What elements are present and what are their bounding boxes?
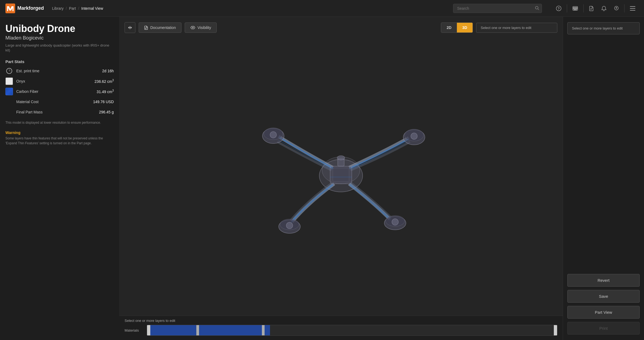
scrubber-track[interactable] [147, 325, 557, 336]
scrubber-handle-left[interactable] [147, 325, 150, 336]
svg-rect-12 [575, 8, 576, 9]
breadcrumb-current: Internal View [81, 6, 103, 11]
stat-material-cost: Material Cost 149.76 USD [5, 98, 114, 106]
header-divider-2 [583, 4, 584, 12]
warning-title: Warning [5, 130, 114, 135]
drone-3d-model [233, 97, 449, 260]
visibility-label: Visibility [197, 25, 211, 30]
scrubber-handle-mid1[interactable] [196, 325, 199, 336]
left-panel: Unibody Drone Mladen Bogicevic Large and… [0, 17, 119, 340]
breadcrumb-sep-1: / [66, 6, 67, 11]
svg-rect-21 [630, 10, 635, 11]
stats-section-title: Part Stats [5, 59, 114, 64]
svg-point-34 [270, 132, 277, 138]
breadcrumb: Library / Part / Internal View [52, 6, 103, 11]
stat-carbon-fiber: Carbon Fiber 31.49 cm3 [5, 88, 114, 95]
svg-rect-6 [573, 7, 574, 8]
svg-rect-42 [333, 168, 349, 182]
logo[interactable]: Markforged [5, 4, 44, 13]
part-description: Large and lightweight unibody quadcopter… [5, 43, 114, 53]
svg-point-44 [337, 156, 345, 160]
view-2d-button[interactable]: 2D [441, 23, 457, 32]
svg-rect-11 [574, 8, 575, 9]
stat-value-final-mass: 296.45 g [99, 110, 114, 114]
stat-label-carbon-fiber: Carbon Fiber [16, 89, 93, 94]
transform-button[interactable] [125, 22, 135, 33]
search-icon [535, 6, 539, 11]
stat-value-onyx: 236.62 cm3 [95, 79, 114, 84]
header-divider-3 [624, 4, 625, 12]
save-button[interactable]: Save [567, 290, 640, 303]
part-title: Unibody Drone [5, 23, 114, 34]
breadcrumb-part[interactable]: Part [69, 6, 76, 11]
scrubber-hint: Select one or more layers to edit [125, 319, 557, 323]
documentation-button[interactable]: Documentation [139, 22, 181, 33]
svg-point-31 [411, 133, 417, 139]
stat-spacer-1 [5, 98, 13, 106]
header: Markforged Library / Part / Internal Vie… [0, 0, 644, 17]
svg-rect-7 [574, 7, 575, 8]
menu-button[interactable] [627, 4, 639, 13]
main-layout: Unibody Drone Mladen Bogicevic Large and… [0, 17, 644, 340]
right-spacer [567, 38, 640, 271]
breadcrumb-sep-2: / [78, 6, 79, 11]
svg-rect-19 [630, 6, 635, 7]
stat-value-material-cost: 149.76 USD [93, 100, 114, 104]
scrubber-handle-right[interactable] [554, 325, 557, 336]
logo-text: Markforged [17, 5, 44, 11]
header-divider-1 [567, 4, 567, 12]
info-note: This model is displayed at lower resolut… [5, 120, 114, 125]
part-author: Mladen Bogicevic [5, 35, 114, 41]
stat-label-final-mass: Final Part Mass [16, 110, 96, 114]
svg-line-2 [538, 9, 539, 10]
notification-button[interactable] [598, 4, 610, 13]
svg-rect-0 [5, 4, 15, 13]
carbon-fiber-swatch [5, 88, 13, 95]
layer-scrubber: Select one or more layers to edit Materi… [119, 316, 563, 340]
stat-value-print-time: 2d 16h [102, 69, 114, 73]
layers-hint-top: Select one or more layers to edit [476, 23, 557, 33]
part-view-button[interactable]: Part View [567, 306, 640, 319]
search-input[interactable] [453, 4, 542, 13]
svg-point-37 [286, 222, 293, 229]
view-toggle: 2D 3D [441, 22, 473, 33]
revert-button[interactable]: Revert [567, 274, 640, 287]
action-bar: Documentation Visibility 2D 3D Select on… [125, 22, 557, 33]
print-button-disabled: Print [567, 322, 640, 335]
search-container [453, 4, 542, 13]
stat-label-onyx: Onyx [16, 79, 91, 83]
document-button[interactable] [586, 4, 597, 13]
visibility-button[interactable]: Visibility [185, 22, 217, 33]
upload-button[interactable] [611, 4, 622, 13]
breadcrumb-library[interactable]: Library [52, 6, 64, 11]
stat-final-mass: Final Part Mass 296.45 g [5, 108, 114, 116]
warning-text: Some layers have thin features that will… [5, 136, 114, 146]
help-button[interactable]: ? [553, 4, 565, 13]
svg-point-40 [392, 219, 398, 225]
clock-icon [5, 67, 13, 75]
svg-point-26 [192, 27, 194, 28]
stat-onyx: Onyx 236.62 cm3 [5, 77, 114, 85]
onyx-swatch [5, 77, 13, 85]
right-panel: Select one or more layers to edit Revert… [563, 17, 644, 340]
svg-rect-13 [577, 8, 577, 9]
layers-hint-panel: Select one or more layers to edit [567, 22, 640, 34]
scrubber-handle-mid2[interactable] [262, 325, 265, 336]
stat-spacer-2 [5, 108, 13, 116]
svg-rect-14 [574, 9, 577, 10]
svg-rect-20 [630, 8, 635, 9]
svg-rect-9 [577, 7, 577, 8]
documentation-label: Documentation [150, 25, 176, 30]
viewport-3d[interactable]: Documentation Visibility 2D 3D Select on… [119, 17, 563, 340]
svg-rect-10 [573, 8, 574, 9]
stat-label-print-time: Est. print time [16, 69, 99, 73]
stat-value-carbon-fiber: 31.49 cm3 [97, 89, 114, 94]
view-3d-button[interactable]: 3D [457, 23, 473, 32]
stat-print-time: Est. print time 2d 16h [5, 67, 114, 75]
keyboard-button[interactable] [569, 4, 581, 13]
scrubber-label: Materials [125, 328, 144, 332]
svg-point-1 [535, 6, 538, 9]
scrubber-row: Materials [125, 325, 557, 336]
scrubber-fill [147, 325, 270, 335]
stat-label-material-cost: Material Cost [16, 100, 90, 104]
